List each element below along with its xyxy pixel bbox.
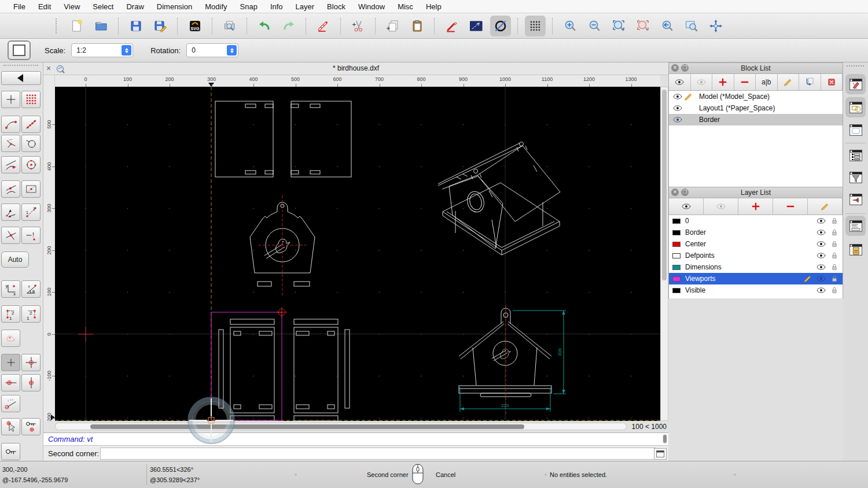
target-horizontal-icon[interactable] (1, 374, 20, 391)
show-all-blocks-icon[interactable] (669, 74, 691, 90)
remove-layer-icon[interactable] (773, 198, 808, 215)
menu-view[interactable]: View (57, 2, 86, 11)
visibility-eye-icon[interactable] (816, 250, 826, 261)
dock-render-panel-icon[interactable] (845, 189, 866, 209)
scale-combo[interactable]: 1:2 (71, 43, 133, 57)
lock-icon[interactable] (830, 263, 839, 272)
zoom-out-icon[interactable] (584, 16, 605, 36)
snap-on-entity-icon[interactable] (21, 116, 41, 133)
auto-snap-button[interactable]: Auto (1, 252, 29, 268)
remove-block-icon[interactable] (734, 74, 756, 90)
delete-icon[interactable] (313, 16, 334, 36)
cut-icon[interactable] (348, 16, 369, 36)
menu-dimension[interactable]: Dimension (150, 2, 198, 11)
visibility-eye-icon[interactable] (672, 103, 683, 113)
menu-misc[interactable]: Misc (391, 2, 420, 11)
drawing-canvas[interactable]: 309 220 (55, 87, 660, 421)
viewport-toggle-button[interactable] (8, 40, 31, 60)
zoom-window-icon[interactable] (681, 16, 702, 36)
lock-icon[interactable] (830, 228, 839, 237)
line-attributes-icon[interactable] (466, 16, 487, 36)
lock-icon[interactable] (830, 239, 839, 249)
relative-plus-icon[interactable] (1, 354, 20, 371)
menu-edit[interactable]: Edit (32, 2, 57, 11)
dock-blank-panel-icon[interactable] (845, 120, 866, 140)
scrollbar-thumb[interactable] (663, 435, 667, 443)
layer-list-item[interactable]: Border (669, 227, 843, 238)
lock-icon[interactable] (830, 286, 839, 295)
target-vertical-icon[interactable] (21, 374, 41, 391)
vertical-scrollbar[interactable] (660, 87, 668, 421)
dock-filter-panel-icon[interactable] (845, 167, 866, 187)
save-as-icon[interactable] (150, 16, 171, 36)
snap-tangent-icon[interactable] (1, 156, 20, 173)
visibility-eye-icon[interactable] (816, 216, 826, 226)
snap-intersection-manual-icon[interactable]: ! (21, 227, 41, 244)
scrollbar-thumb[interactable] (662, 90, 667, 280)
command-window-toggle-icon[interactable] (654, 448, 667, 460)
menu-block[interactable]: Block (321, 2, 352, 11)
snap-free-icon[interactable] (1, 91, 20, 108)
layer-list-item[interactable]: Viewports (669, 273, 843, 284)
zoom-pan-icon[interactable] (705, 16, 726, 36)
hide-all-blocks-icon[interactable] (691, 74, 713, 90)
block-list-item[interactable]: Model (*Model_Space) (669, 91, 843, 102)
layer-list-item[interactable]: Center (669, 238, 843, 250)
snap-intersection-x-icon[interactable] (1, 227, 20, 244)
grid-toggle-icon[interactable] (525, 16, 546, 36)
visibility-eye-icon[interactable] (816, 227, 826, 238)
lock-icon[interactable] (830, 251, 839, 260)
block-list-item[interactable]: Border (669, 114, 843, 125)
copy-icon[interactable] (382, 16, 403, 36)
menu-file[interactable]: File (7, 2, 32, 11)
visibility-eye-icon[interactable] (816, 273, 826, 284)
menu-layer[interactable]: Layer (289, 2, 321, 11)
layer-list-item[interactable]: Visible (669, 284, 843, 296)
save-icon[interactable] (126, 16, 146, 36)
visibility-eye-icon[interactable] (816, 285, 826, 295)
menu-select[interactable]: Select (86, 2, 120, 11)
add-layer-icon[interactable] (738, 198, 773, 215)
visibility-eye-icon[interactable] (672, 114, 683, 125)
scrollbar-thumb[interactable] (90, 424, 524, 429)
menu-modify[interactable]: Modify (198, 2, 233, 11)
lock-icon[interactable] (830, 274, 839, 283)
snap-distance-icon[interactable]: 12 (21, 204, 41, 221)
dock-list-panel-icon[interactable] (845, 145, 866, 165)
menu-window[interactable]: Window (352, 2, 391, 11)
lock-target-icon[interactable] (21, 418, 41, 435)
menu-info[interactable]: Info (264, 2, 289, 11)
paste-icon[interactable] (407, 16, 428, 36)
snap-nearest-icon[interactable] (1, 180, 20, 198)
lock-icon[interactable] (830, 216, 839, 225)
snap-center-icon[interactable] (21, 156, 41, 173)
undo-icon[interactable] (254, 16, 275, 36)
zoom-back-icon[interactable] (657, 16, 678, 36)
dock-shapes-panel-icon[interactable] (845, 97, 866, 117)
rename-block-button[interactable]: a|b (756, 74, 778, 90)
snap-reference-icon[interactable] (21, 180, 41, 198)
menu-snap[interactable]: Snap (234, 2, 264, 11)
rotation-combo[interactable]: 0 (186, 43, 238, 57)
snap-intersection-icon[interactable] (1, 135, 20, 152)
coord-cartesian-icon[interactable]: yx (1, 280, 20, 298)
stepper-icon[interactable] (122, 45, 131, 56)
corner-first-icon[interactable]: 12 (1, 305, 20, 323)
visibility-eye-icon[interactable] (816, 262, 826, 272)
command-scrollbar[interactable] (663, 434, 667, 444)
zoom-previous-icon[interactable] (632, 16, 653, 36)
add-block-icon[interactable] (712, 74, 734, 90)
command-input[interactable] (100, 448, 656, 460)
visibility-eye-icon[interactable] (816, 239, 826, 249)
layer-list-item[interactable]: Defpoints (669, 250, 843, 261)
corner-second-icon[interactable]: 12 (21, 305, 41, 323)
new-document-icon[interactable] (67, 16, 87, 36)
draft-mode-icon[interactable] (490, 16, 511, 36)
target-cross-icon[interactable] (21, 354, 41, 371)
pen-attributes-icon[interactable] (442, 16, 462, 36)
visibility-eye-icon[interactable] (672, 91, 683, 102)
zoom-auto-icon[interactable] (608, 16, 629, 36)
select-target-icon[interactable] (1, 418, 20, 435)
back-icon[interactable] (1, 71, 41, 85)
redo-icon[interactable] (278, 16, 299, 36)
